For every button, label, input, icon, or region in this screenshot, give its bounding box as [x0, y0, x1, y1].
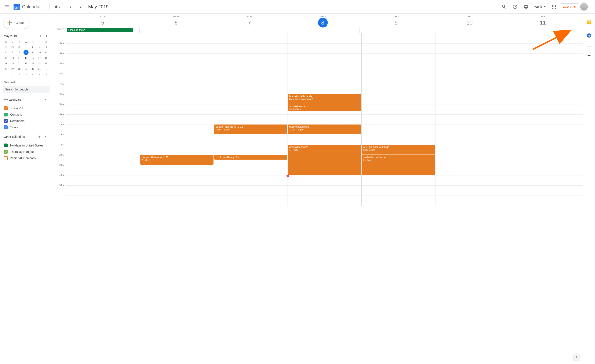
mini-calendar[interactable]: SMTWTFS282930123456789101112131415161718…: [3, 40, 50, 77]
calendar-toggle[interactable]: Thursday Hangout: [3, 149, 50, 155]
day-header[interactable]: WED8: [286, 14, 360, 27]
day-header[interactable]: THU9: [360, 14, 433, 27]
day-header-number[interactable]: 11: [538, 18, 548, 27]
minical-day[interactable]: 16: [30, 55, 35, 61]
day-column[interactable]: [435, 33, 509, 206]
zapier-badge[interactable]: zapier: [560, 3, 579, 10]
minical-day[interactable]: 10: [37, 50, 42, 55]
minical-day[interactable]: 8: [44, 72, 49, 77]
calendar-toggle[interactable]: Holidays in United States: [3, 142, 50, 149]
minical-day[interactable]: 7: [17, 50, 22, 55]
minical-day[interactable]: 6: [30, 72, 35, 77]
other-calendars-collapse[interactable]: [42, 134, 48, 140]
calendar-event[interactable]: android research1 – 4pm: [288, 145, 361, 175]
days-columns[interactable]: Support Retreat AHS Co2 – 3pmSupport Ret…: [66, 33, 583, 206]
day-header-number[interactable]: 5: [98, 18, 107, 27]
allday-cell[interactable]: [506, 27, 580, 33]
add-other-calendar-button[interactable]: [36, 134, 42, 140]
day-column[interactable]: [66, 33, 140, 206]
day-header-number[interactable]: 10: [465, 18, 475, 27]
search-button[interactable]: [499, 2, 509, 12]
calendar-event[interactable]: Justin Pot on Support2 – 4pm: [362, 155, 435, 175]
help-button[interactable]: [510, 2, 520, 12]
minical-day[interactable]: 8: [23, 50, 28, 55]
minical-day[interactable]: 12: [3, 55, 8, 61]
minical-day[interactable]: 7: [37, 72, 42, 77]
minical-day[interactable]: 5: [23, 72, 28, 77]
minical-day[interactable]: 9: [30, 50, 35, 55]
prev-week-button[interactable]: [65, 2, 76, 12]
calendar-event[interactable]: Support Retreat AHS Co2 – 3pm: [140, 155, 213, 165]
calendar-toggle[interactable]: Tasks: [3, 124, 50, 130]
calendar-checkbox[interactable]: [4, 119, 8, 123]
calendar-event[interactable]: Support Retreat AHS Co11am – 12pm: [214, 124, 287, 134]
tasks-addon-button[interactable]: [585, 31, 593, 40]
minical-day[interactable]: 22: [23, 61, 28, 66]
minical-day[interactable]: 13: [10, 55, 15, 61]
minical-day[interactable]: 1: [44, 66, 49, 71]
minical-day[interactable]: 11: [44, 50, 49, 55]
calendar-checkbox[interactable]: [4, 106, 8, 110]
settings-button[interactable]: [521, 2, 531, 12]
allday-cell[interactable]: [433, 27, 506, 33]
get-addons-button[interactable]: [585, 51, 593, 60]
minical-day[interactable]: 25: [44, 61, 49, 66]
google-apps-button[interactable]: [549, 2, 559, 12]
minical-day[interactable]: 4: [44, 44, 49, 49]
day-column[interactable]: AHS (in place of hango1pm, ZoomJustin Po…: [361, 33, 435, 206]
allday-cell[interactable]: Cinco de Mayo: [66, 27, 139, 33]
day-header-number[interactable]: 8: [318, 18, 328, 27]
minical-next-button[interactable]: [44, 33, 50, 39]
minical-prev-button[interactable]: [38, 33, 44, 39]
create-button[interactable]: Create: [3, 17, 29, 29]
next-week-button[interactable]: [76, 2, 86, 12]
minical-day[interactable]: 19: [3, 61, 8, 66]
allday-event[interactable]: Cinco de Mayo: [67, 28, 133, 32]
minical-day[interactable]: 2: [3, 72, 8, 77]
minical-day[interactable]: 30: [17, 44, 22, 49]
search-people-input[interactable]: [3, 86, 50, 93]
calendar-checkbox[interactable]: [4, 150, 8, 154]
day-column[interactable]: Support Retreat AHS Co2 – 3pm: [140, 33, 214, 206]
day-column[interactable]: Marketing All-Hands8am, https://zoom.us/…: [288, 33, 361, 206]
calendar-event[interactable]: outline spam calls11am – 12pm: [288, 124, 361, 134]
day-header-number[interactable]: 7: [245, 18, 254, 27]
calendar-toggle[interactable]: Contacts: [3, 111, 50, 118]
calendar-checkbox[interactable]: [4, 156, 8, 160]
day-header-number[interactable]: 9: [391, 18, 401, 27]
today-button[interactable]: Today: [49, 3, 63, 10]
minical-day[interactable]: 15: [23, 55, 28, 61]
calendar-toggle[interactable]: Justin Pot: [3, 105, 50, 111]
day-header[interactable]: FRI10: [433, 14, 506, 27]
allday-cell[interactable]: [286, 27, 360, 33]
minical-day[interactable]: 29: [10, 44, 15, 49]
calendar-checkbox[interactable]: [4, 125, 8, 129]
minical-day[interactable]: 3: [37, 44, 42, 49]
allday-cell[interactable]: [213, 27, 286, 33]
minical-day[interactable]: 6: [10, 50, 15, 55]
collapse-side-panel-button[interactable]: [573, 353, 581, 361]
minical-day[interactable]: 21: [17, 61, 22, 66]
calendar-toggle[interactable]: Reminders: [3, 118, 50, 124]
my-calendars-collapse[interactable]: [42, 96, 48, 103]
calendar-event[interactable]: Marketing All-Hands8am, https://zoom.us/…: [288, 94, 361, 104]
calendar-checkbox[interactable]: [4, 113, 8, 117]
day-header[interactable]: MON6: [139, 14, 213, 27]
minical-day[interactable]: 27: [10, 66, 15, 71]
time-grid-scroll[interactable]: 3 AM4 AM5 AM6 AM7 AM8 AM9 AM10 AM11 AM12…: [54, 33, 583, 364]
main-menu-button[interactable]: [2, 2, 12, 12]
minical-day[interactable]: 1: [23, 44, 28, 49]
day-header[interactable]: SUN5: [66, 14, 139, 27]
minical-day[interactable]: 26: [3, 66, 8, 71]
minical-day[interactable]: 30: [30, 66, 35, 71]
day-header-number[interactable]: 6: [171, 18, 181, 27]
minical-day[interactable]: 5: [3, 50, 8, 55]
view-switcher[interactable]: Week: [532, 3, 548, 10]
day-header[interactable]: TUE7: [213, 14, 286, 27]
minical-day[interactable]: 3: [10, 72, 15, 77]
keep-addon-button[interactable]: [585, 18, 593, 27]
allday-cell[interactable]: [139, 27, 213, 33]
minical-day[interactable]: 23: [30, 61, 35, 66]
calendar-checkbox[interactable]: [4, 144, 8, 147]
calendar-event[interactable]: android research9 – 9:45am: [288, 104, 361, 111]
